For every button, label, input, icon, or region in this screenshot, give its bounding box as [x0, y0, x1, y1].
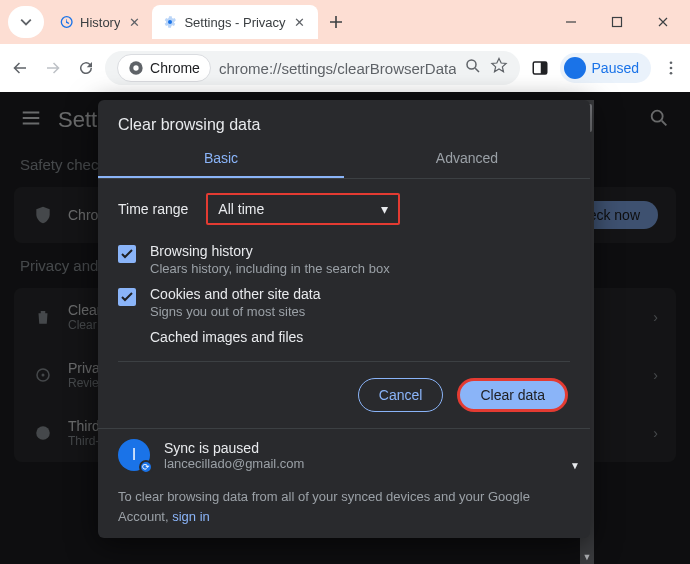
- chrome-logo-icon: [128, 60, 144, 76]
- omnibox[interactable]: Chrome chrome://settings/clearBrowserDat…: [105, 51, 520, 85]
- checkbox[interactable]: [118, 288, 136, 306]
- sync-status-row: l ⟳ Sync is paused lancecillado@gmail.co…: [98, 428, 590, 479]
- url-text: chrome://settings/clearBrowserData: [219, 60, 457, 77]
- forward-button[interactable]: [39, 50, 66, 86]
- reload-button[interactable]: [72, 50, 99, 86]
- close-icon[interactable]: ✕: [292, 14, 308, 30]
- tab-label: History: [80, 15, 120, 30]
- close-window-button[interactable]: [640, 0, 686, 44]
- select-value: All time: [218, 201, 264, 217]
- svg-point-4: [467, 60, 476, 69]
- hamburger-icon[interactable]: [20, 107, 42, 133]
- close-icon[interactable]: ✕: [126, 14, 142, 30]
- chip-label: Chrome: [150, 60, 200, 76]
- cancel-button[interactable]: Cancel: [358, 378, 444, 412]
- tune-icon: [32, 364, 54, 386]
- back-button[interactable]: [6, 50, 33, 86]
- avatar: l ⟳: [118, 439, 150, 471]
- chevron-right-icon: ›: [653, 309, 658, 325]
- clear-data-button[interactable]: Clear data: [457, 378, 568, 412]
- sync-email: lancecillado@gmail.com: [164, 456, 304, 471]
- cookie-icon: [32, 422, 54, 444]
- zoom-icon[interactable]: [464, 57, 482, 79]
- caret-down-icon: ▾: [381, 201, 388, 217]
- browser-toolbar: Chrome chrome://settings/clearBrowserDat…: [0, 44, 690, 92]
- tab-advanced[interactable]: Advanced: [344, 140, 590, 178]
- search-tabs-button[interactable]: [8, 6, 44, 38]
- checkbox-row-cookies: Cookies and other site dataSigns you out…: [118, 286, 570, 319]
- tab-settings[interactable]: Settings - Privacy ✕: [152, 5, 317, 39]
- side-panel-button[interactable]: [526, 50, 553, 86]
- trash-icon: [32, 306, 54, 328]
- svg-point-7: [669, 61, 672, 64]
- time-range-select[interactable]: All time ▾: [206, 193, 400, 225]
- checkbox-row-cache: Cached images and files: [118, 329, 570, 349]
- avatar-icon: [564, 57, 586, 79]
- sign-in-link[interactable]: sign in: [172, 509, 210, 524]
- search-icon[interactable]: [648, 107, 670, 133]
- svg-point-13: [36, 426, 50, 440]
- dialog-title: Clear browsing data: [98, 100, 590, 140]
- svg-rect-1: [613, 18, 622, 27]
- time-range-field: Time range All time ▾: [118, 193, 570, 225]
- tab-basic[interactable]: Basic: [98, 140, 344, 178]
- plus-icon: [329, 15, 343, 29]
- bookmark-icon[interactable]: [490, 57, 508, 79]
- new-tab-button[interactable]: [322, 8, 350, 36]
- sync-paused-badge-icon: ⟳: [139, 460, 153, 474]
- site-chip[interactable]: Chrome: [117, 54, 211, 82]
- clear-browsing-data-dialog: Clear browsing data Basic Advanced Time …: [98, 100, 590, 538]
- minimize-button[interactable]: [548, 0, 594, 44]
- history-icon: [58, 14, 74, 30]
- checkbox-row-history: Browsing historyClears history, includin…: [118, 243, 570, 276]
- profile-label: Paused: [592, 60, 639, 76]
- checkbox[interactable]: [118, 245, 136, 263]
- browser-tab-strip: History ✕ Settings - Privacy ✕: [0, 0, 690, 44]
- dialog-actions: Cancel Clear data: [98, 362, 590, 428]
- kebab-menu-button[interactable]: [657, 50, 684, 86]
- scroll-down-icon[interactable]: ▼: [570, 460, 580, 471]
- svg-point-10: [652, 111, 663, 122]
- sync-title: Sync is paused: [164, 440, 304, 456]
- svg-point-11: [37, 369, 49, 381]
- svg-point-9: [669, 72, 672, 75]
- svg-point-3: [133, 65, 138, 70]
- svg-rect-6: [541, 62, 547, 74]
- chevron-right-icon: ›: [653, 367, 658, 383]
- gear-icon: [162, 14, 178, 30]
- svg-point-12: [42, 374, 45, 377]
- tab-label: Settings - Privacy: [184, 15, 285, 30]
- check-icon: [120, 247, 134, 261]
- time-range-label: Time range: [118, 201, 188, 217]
- check-icon: [120, 290, 134, 304]
- profile-button[interactable]: Paused: [560, 53, 651, 83]
- tab-history[interactable]: History ✕: [48, 5, 152, 39]
- dialog-tabs: Basic Advanced: [98, 140, 590, 179]
- chevron-right-icon: ›: [653, 425, 658, 441]
- dialog-footer: To clear browsing data from all of your …: [98, 479, 590, 538]
- shield-icon: [32, 204, 54, 226]
- scroll-down-icon[interactable]: ▼: [582, 552, 592, 562]
- svg-point-8: [669, 67, 672, 70]
- chevron-down-icon: [20, 16, 32, 28]
- window-controls: [548, 0, 686, 44]
- maximize-button[interactable]: [594, 0, 640, 44]
